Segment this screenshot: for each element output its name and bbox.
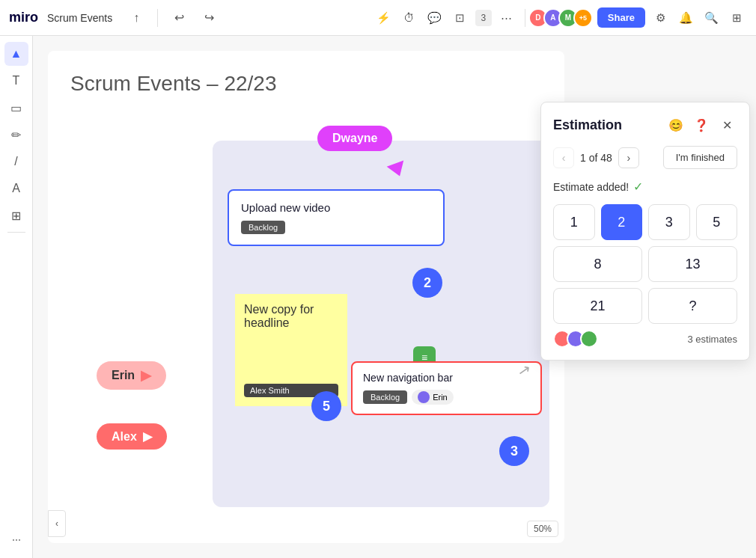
panel-title: Estimation [553,117,622,133]
upload-video-card[interactable]: Upload new video Backlog [228,189,445,246]
apps-icon[interactable]: ⊞ [726,7,747,28]
next-arrow[interactable]: › [618,147,639,168]
canvas: Scrum Events – 22/23 Dwayne Upload new v… [33,36,756,558]
estimate-added: Estimate added! ✓ [553,180,737,194]
line-tool[interactable]: / [4,150,28,174]
erin-label: Erin [112,369,135,382]
miro-logo: miro [9,10,38,25]
nav-number: 3 [499,436,529,466]
side-separator [7,232,25,233]
nav-backlog-tag: Backlog [363,390,407,404]
estimate-3[interactable]: 3 [648,204,690,240]
expand-left[interactable]: ‹ [48,510,66,537]
more-icon[interactable]: ⋯ [496,7,517,28]
sticky-text: New copy for headline [244,303,338,330]
erin-avatar [418,391,430,403]
estimate-13[interactable]: 13 [648,246,737,282]
estimation-panel: Estimation 😊 ❓ ✕ ‹ 1 of 48 › I'm finishe… [540,102,750,361]
board-area: Scrum Events – 22/23 Dwayne Upload new v… [48,51,564,543]
settings-icon[interactable]: ⚙ [650,7,671,28]
estimate-count: 3 estimates [688,334,737,345]
card-upload-number: 2 [412,268,442,298]
zoom-indicator: 50% [527,521,558,537]
voter-avatars [553,330,594,348]
notification-icon[interactable]: 🔔 [675,7,696,28]
help-button[interactable]: ❓ [691,114,712,135]
expand-tools[interactable]: ⋯ [4,528,28,552]
nav-card[interactable]: New navigation bar Backlog Erin [351,361,542,415]
avatar-group: D A M +5 [533,8,593,28]
nav-page: 1 of 48 [580,152,612,164]
separator-1 [157,9,158,27]
panel-header: Estimation 😊 ❓ ✕ [553,114,737,135]
estimate-5[interactable]: 5 [696,204,738,240]
alex-arrow-icon: ▶ [143,429,152,444]
finished-button[interactable]: I'm finished [663,146,737,169]
estimate-question[interactable]: ? [648,288,737,324]
prev-arrow[interactable]: ‹ [553,147,574,168]
toolbar-right: ⚡ ⏱ 💬 ⊡ 3 ⋯ D A M +5 Share ⚙ 🔔 🔍 ⊞ [374,7,747,28]
text-tool[interactable]: T [4,69,28,93]
check-icon: ✓ [633,180,643,194]
board-title-main: Scrum Events [70,72,201,95]
estimate-row-3: 21 ? [553,288,737,324]
nav-card-title: New navigation bar [363,372,530,384]
backlog-tag: Backlog [241,221,285,234]
nav-erin-tag: Erin [412,390,454,405]
panel-nav-row: ‹ 1 of 48 › I'm finished [553,146,737,169]
board-name: Scrum Events [47,12,112,24]
ruler-tool[interactable]: ⊞ [4,203,28,227]
top-toolbar: miro Scrum Events ↑ ↩ ↪ ⚡ ⏱ 💬 ⊡ 3 ⋯ D A … [0,0,756,36]
dwayne-tag[interactable]: Dwayne [317,126,392,151]
search-icon[interactable]: 🔍 [701,7,722,28]
shape-tool[interactable]: A [4,177,28,200]
badge-count[interactable]: 3 [475,10,492,26]
share-button[interactable]: Share [597,7,645,28]
redo-button[interactable]: ↪ [197,6,221,30]
voter-avatar-3 [580,330,598,348]
panel-icons: 😊 ❓ ✕ [665,114,737,135]
close-button[interactable]: ✕ [716,114,737,135]
estimate-2[interactable]: 2 [601,204,643,240]
panel-footer: 3 estimates [553,330,737,348]
card-upload-title: Upload new video [241,201,431,214]
pen-tool[interactable]: ✏ [4,123,28,147]
nav-buttons: ‹ 1 of 48 › [553,147,639,168]
emoji-button[interactable]: 😊 [665,114,686,135]
nav-tags: Backlog Erin [363,390,530,405]
left-sidebar: ▲ T ▭ ✏ / A ⊞ ⋯ [0,36,33,558]
sticky-note[interactable]: New copy for headline Alex Smith [235,294,347,406]
board-title: Scrum Events – 22/23 [70,72,276,96]
erin-arrow-icon: ▶ [141,367,151,384]
clock-icon[interactable]: ⏱ [399,7,420,28]
upload-button[interactable]: ↑ [124,6,148,30]
bolt-icon[interactable]: ⚡ [374,7,394,28]
estimate-21[interactable]: 21 [553,288,642,324]
estimate-added-text: Estimate added! [553,181,629,193]
estimate-row-1: 1 2 3 5 [553,204,737,240]
select-tool[interactable]: ▲ [4,42,28,66]
board-title-sub: – 22/23 [207,72,276,95]
undo-button[interactable]: ↩ [167,6,191,30]
alex-tag[interactable]: Alex ▶ [97,423,167,450]
avatar-extra: +5 [573,8,593,28]
alex-label: Alex [112,430,137,444]
estimate-row-2: 8 13 [553,246,737,282]
frame-icon[interactable]: ⊡ [450,7,471,28]
separator-2 [525,9,525,27]
note-tool[interactable]: ▭ [4,96,28,120]
erin-tag[interactable]: Erin ▶ [97,361,166,390]
estimate-8[interactable]: 8 [553,246,642,282]
sticky-number: 5 [311,391,341,421]
comment-icon[interactable]: 💬 [424,7,445,28]
estimate-1[interactable]: 1 [553,204,595,240]
